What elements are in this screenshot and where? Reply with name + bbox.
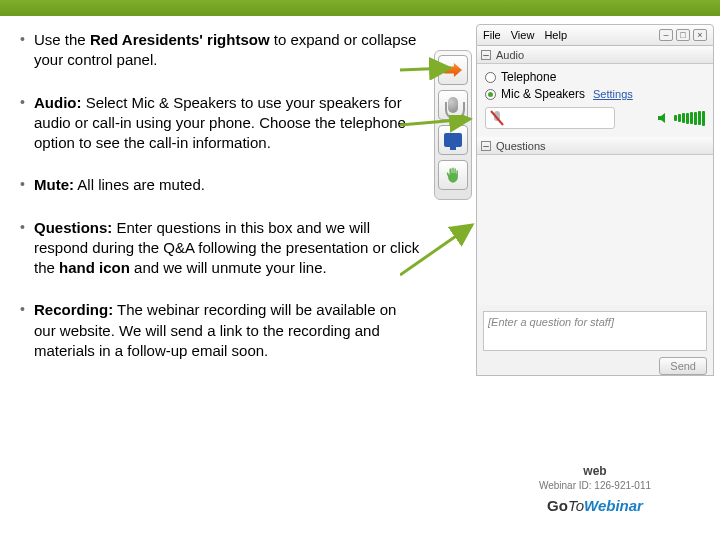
microphone-icon xyxy=(448,97,458,113)
instruction-red-arrow: Use the Red Aresidents' rightsow to expa… xyxy=(20,30,420,71)
send-button[interactable]: Send xyxy=(659,357,707,375)
audio-section: Telephone Mic & Speakers Settings xyxy=(477,64,713,137)
text-bold: Mute: xyxy=(34,176,74,193)
gotowebinar-panel: File View Help – □ × – Audio T xyxy=(434,24,714,534)
radio-label: Mic & Speakers xyxy=(501,87,585,101)
window-menubar: File View Help – □ × xyxy=(476,24,714,46)
text-bold: hand icon xyxy=(59,259,130,276)
speaker-icon xyxy=(657,111,671,125)
radio-mic-speakers[interactable]: Mic & Speakers Settings xyxy=(485,87,705,101)
text-bold: Recording: xyxy=(34,301,113,318)
minimize-button[interactable]: – xyxy=(659,29,673,41)
radio-telephone[interactable]: Telephone xyxy=(485,70,705,84)
red-arrow-icon xyxy=(444,63,462,77)
collapse-icon: – xyxy=(481,141,491,151)
mic-level-box xyxy=(485,107,615,129)
radio-label: Telephone xyxy=(501,70,556,84)
section-title: Questions xyxy=(496,140,546,152)
menu-view[interactable]: View xyxy=(511,29,535,41)
logo-webinar: Webinar xyxy=(584,497,643,514)
panel-footer: web Webinar ID: 126-921-011 GoToWebinar xyxy=(476,464,714,514)
text: Use the xyxy=(34,31,90,48)
question-input[interactable]: [Enter a question for staff] xyxy=(483,311,707,351)
screen-button[interactable] xyxy=(438,125,468,155)
hand-icon xyxy=(446,166,460,184)
audio-settings-link[interactable]: Settings xyxy=(593,88,633,100)
logo-to: To xyxy=(568,497,584,514)
muted-mic-icon xyxy=(490,110,504,126)
audio-section-header[interactable]: – Audio xyxy=(477,46,713,64)
radio-icon xyxy=(485,72,496,83)
maximize-button[interactable]: □ xyxy=(676,29,690,41)
logo-go: Go xyxy=(547,497,568,514)
text: and we will unmute your line. xyxy=(130,259,327,276)
instruction-list: Use the Red Aresidents' rightsow to expa… xyxy=(20,30,420,383)
instruction-audio: Audio: Select Mic & Speakers to use your… xyxy=(20,93,420,154)
radio-icon-selected xyxy=(485,89,496,100)
webinar-id: Webinar ID: 126-921-011 xyxy=(476,480,714,491)
questions-section-header[interactable]: – Questions xyxy=(477,137,713,155)
close-button[interactable]: × xyxy=(693,29,707,41)
webinar-name: web xyxy=(476,464,714,478)
text-bold: Red Aresidents' rightsow xyxy=(90,31,270,48)
text: All lines are muted. xyxy=(74,176,205,193)
speaker-level xyxy=(657,111,705,126)
expand-collapse-button[interactable] xyxy=(438,55,468,85)
hand-button[interactable] xyxy=(438,160,468,190)
text-bold: Audio: xyxy=(34,94,81,111)
screen-icon xyxy=(444,133,462,147)
mic-button[interactable] xyxy=(438,90,468,120)
instruction-questions: Questions: Enter questions in this box a… xyxy=(20,218,420,279)
instruction-mute: Mute: All lines are muted. xyxy=(20,175,420,195)
instruction-recording: Recording: The webinar recording will be… xyxy=(20,300,420,361)
collapse-icon: – xyxy=(481,50,491,60)
slide-top-bar xyxy=(0,0,720,16)
menu-help[interactable]: Help xyxy=(544,29,567,41)
panel-sidebar xyxy=(434,50,472,200)
text: Select Mic & Speakers to use your speake… xyxy=(34,94,406,152)
section-title: Audio xyxy=(496,49,524,61)
questions-section xyxy=(477,155,713,305)
gotowebinar-logo: GoToWebinar xyxy=(476,497,714,514)
panel-body: – Audio Telephone Mic & Speakers Setting… xyxy=(476,46,714,376)
text-bold: Questions: xyxy=(34,219,112,236)
menu-file[interactable]: File xyxy=(483,29,501,41)
